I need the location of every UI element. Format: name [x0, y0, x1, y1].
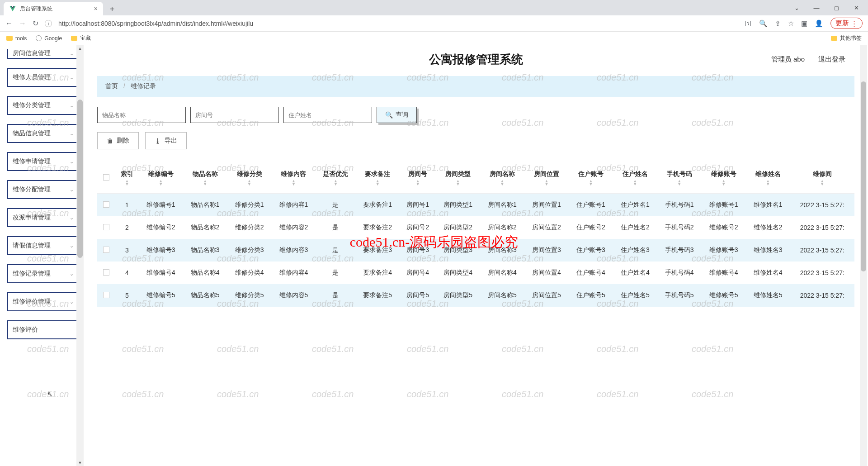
delete-button[interactable]: 🗑 删除	[97, 132, 139, 149]
row-checkbox[interactable]	[103, 247, 109, 253]
sidebar-item-9[interactable]: 维修评价管理⌄	[7, 292, 79, 311]
search-room-input[interactable]	[190, 107, 279, 123]
row-checkbox[interactable]	[103, 292, 109, 298]
sort-icon[interactable]: ▲▼	[142, 180, 180, 186]
site-info-icon[interactable]: i	[45, 20, 52, 27]
scrollbar-thumb[interactable]	[77, 100, 83, 258]
close-tab-icon[interactable]: ×	[94, 5, 98, 12]
cell-mname: 维修姓名2	[746, 216, 790, 239]
row-checkbox[interactable]	[103, 224, 109, 230]
table-header-5[interactable]: 维修内容▲▼	[272, 163, 316, 194]
sort-icon[interactable]: ▲▼	[793, 180, 852, 186]
sort-icon[interactable]: ▲▼	[274, 180, 313, 186]
table-header-3[interactable]: 物品名称▲▼	[183, 163, 227, 194]
table-header-13[interactable]: 住户姓名▲▼	[613, 163, 657, 194]
cell-time: 2022 3-15 5:27:	[790, 284, 854, 307]
sort-icon[interactable]: ▲▼	[704, 180, 743, 186]
folder-icon	[6, 36, 13, 41]
sort-icon[interactable]: ▲▼	[318, 180, 353, 186]
sort-icon[interactable]: ▲▼	[118, 180, 136, 186]
table-header-12[interactable]: 住户账号▲▼	[569, 163, 613, 194]
sidebar-item-4[interactable]: 维修申请管理⌄	[7, 152, 79, 171]
sort-icon[interactable]: ▲▼	[483, 180, 522, 186]
forward-icon[interactable]: →	[19, 19, 26, 28]
sidebar-item-2[interactable]: 维修分类管理⌄	[7, 96, 79, 115]
table-row[interactable]: 3维修编号3物品名称3维修分类3维修内容3是要求备注3房间号3房间类型3房间名称…	[97, 239, 854, 262]
cell-rid: 维修编号3	[139, 239, 183, 262]
browser-tab[interactable]: 后台管理系统 ×	[4, 2, 103, 15]
row-checkbox[interactable]	[103, 201, 109, 208]
table-header-16[interactable]: 维修姓名▲▼	[746, 163, 790, 194]
bookmark-star-icon[interactable]: ☆	[788, 19, 794, 28]
sort-icon[interactable]: ▲▼	[749, 180, 788, 186]
profile-avatar-icon[interactable]: 👤	[815, 19, 823, 28]
sort-icon[interactable]: ▲▼	[660, 180, 699, 186]
scrollbar-thumb[interactable]	[861, 81, 866, 271]
table-row[interactable]: 5维修编号5物品名称5维修分类5维修内容5是要求备注5房间号5房间类型5房间名称…	[97, 284, 854, 307]
search-button[interactable]: 🔍 查询	[377, 107, 417, 123]
scroll-down-icon[interactable]: ▼	[76, 461, 84, 465]
table-header-9[interactable]: 房间类型▲▼	[436, 163, 480, 194]
breadcrumb-home[interactable]: 首页	[105, 82, 118, 90]
table-header-15[interactable]: 维修账号▲▼	[702, 163, 746, 194]
current-user[interactable]: 管理员 abo	[771, 55, 805, 64]
maximize-icon[interactable]: ◻	[831, 5, 842, 11]
sidebar-scrollbar[interactable]: ▲ ▼	[76, 45, 84, 466]
table-row[interactable]: 4维修编号4物品名称4维修分类4维修内容4是要求备注4房间号4房间类型4房间名称…	[97, 262, 854, 284]
bookmark-baozang[interactable]: 宝藏	[71, 34, 91, 42]
sidebar-item-10[interactable]: 维修评价	[7, 320, 79, 339]
back-icon[interactable]: ←	[5, 19, 13, 28]
select-all-checkbox[interactable]	[103, 174, 109, 181]
table-header-6[interactable]: 是否优先▲▼	[316, 163, 355, 194]
sidebar-item-6[interactable]: 改派申请管理⌄	[7, 208, 79, 227]
sidebar-item-5[interactable]: 维修分配管理⌄	[7, 180, 79, 199]
chevron-down-icon[interactable]: ⌄	[791, 5, 802, 11]
bookmark-tools[interactable]: tools	[6, 35, 27, 42]
table-header-1[interactable]: 索引▲▼	[115, 163, 139, 194]
minimize-icon[interactable]: —	[811, 5, 822, 11]
sidebar-item-3[interactable]: 物品信息管理⌄	[7, 124, 79, 143]
sidebar-item-8[interactable]: 维修记录管理⌄	[7, 264, 79, 283]
table-header-17[interactable]: 维修间▲▼	[790, 163, 854, 194]
password-key-icon[interactable]: ⚿	[745, 19, 752, 27]
update-button[interactable]: 更新⋮	[830, 18, 863, 29]
reading-list-icon[interactable]: ▣	[801, 19, 807, 28]
sort-icon[interactable]: ▲▼	[571, 180, 610, 186]
sort-icon[interactable]: ▲▼	[402, 180, 433, 186]
table-header-10[interactable]: 房间名称▲▼	[480, 163, 524, 194]
other-bookmarks[interactable]: 其他书签	[831, 34, 862, 42]
table-row[interactable]: 2维修编号2物品名称2维修分类2维修内容2是要求备注2房间号2房间类型2房间名称…	[97, 216, 854, 239]
sort-icon[interactable]: ▲▼	[527, 180, 566, 186]
reload-icon[interactable]: ↻	[33, 19, 38, 28]
share-icon[interactable]: ⇪	[775, 19, 781, 28]
table-header-7[interactable]: 要求备注▲▼	[355, 163, 400, 194]
url-text[interactable]: http://localhost:8080/springboot3lx4p/ad…	[58, 20, 739, 27]
main-scrollbar[interactable]	[860, 45, 867, 466]
sidebar-item-1[interactable]: 维修人员管理⌄	[7, 68, 79, 87]
close-window-icon[interactable]: ✕	[851, 5, 862, 11]
search-resident-input[interactable]	[283, 107, 372, 123]
search-item-name-input[interactable]	[97, 107, 186, 123]
table-header-11[interactable]: 房间位置▲▼	[524, 163, 569, 194]
sidebar-item-0[interactable]: 房间信息管理⌄	[7, 49, 79, 59]
cell-note: 要求备注2	[355, 216, 400, 239]
sort-icon[interactable]: ▲▼	[439, 180, 477, 186]
scroll-up-icon[interactable]: ▲	[76, 46, 84, 51]
sort-icon[interactable]: ▲▼	[186, 180, 225, 186]
logout-link[interactable]: 退出登录	[818, 55, 845, 64]
table-header-2[interactable]: 维修编号▲▼	[139, 163, 183, 194]
export-button[interactable]: ⭳ 导出	[145, 132, 187, 149]
row-checkbox[interactable]	[103, 269, 109, 276]
sort-icon[interactable]: ▲▼	[358, 180, 397, 186]
new-tab-button[interactable]: +	[106, 3, 118, 15]
zoom-icon[interactable]: 🔍	[759, 19, 768, 28]
bookmark-google[interactable]: Google	[36, 35, 62, 42]
breadcrumb: 首页 / 维修记录	[97, 76, 854, 97]
table-header-4[interactable]: 维修分类▲▼	[227, 163, 272, 194]
table-header-8[interactable]: 房间号▲▼	[400, 163, 436, 194]
sidebar-item-7[interactable]: 请假信息管理⌄	[7, 236, 79, 255]
sort-icon[interactable]: ▲▼	[616, 180, 655, 186]
sort-icon[interactable]: ▲▼	[230, 180, 269, 186]
table-header-14[interactable]: 手机号码▲▼	[657, 163, 702, 194]
table-row[interactable]: 1维修编号1物品名称1维修分类1维修内容1是要求备注1房间号1房间类型1房间名称…	[97, 194, 854, 217]
